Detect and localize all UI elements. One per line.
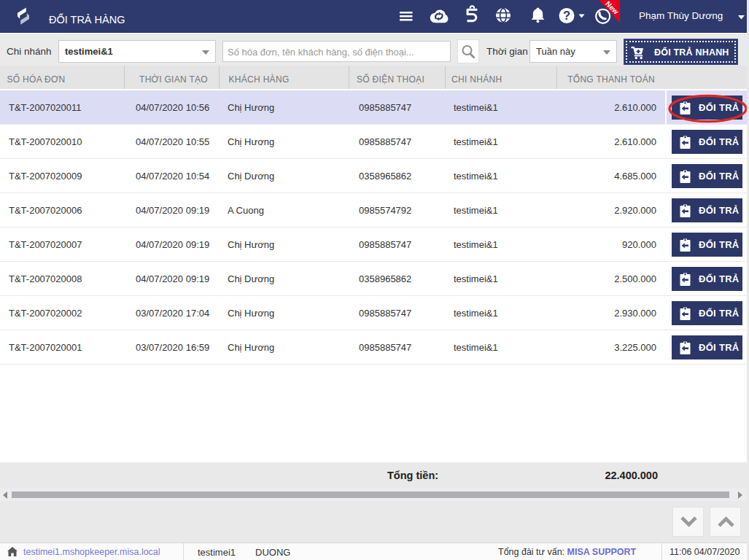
svg-text:?: ? (563, 9, 570, 22)
